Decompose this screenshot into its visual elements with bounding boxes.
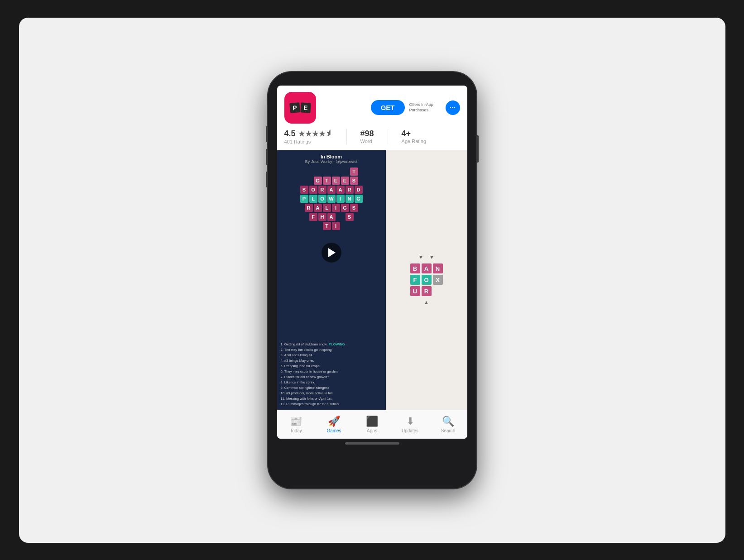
clue-6: 6. They may occur in house or garden	[281, 369, 382, 374]
cell-i3: I	[332, 222, 340, 230]
get-button[interactable]: GET	[371, 100, 405, 115]
star-1: ★	[298, 129, 305, 138]
nav-games[interactable]: 🚀 Games	[321, 414, 348, 435]
clue-8: 8. Like ice in the spring	[281, 380, 382, 385]
grid-row-2: G T E E S	[300, 177, 363, 185]
rank-item: #98 Word	[360, 129, 374, 144]
updates-icon: ⬇	[406, 416, 414, 427]
cell-empty	[323, 168, 331, 176]
cell-s3: S	[350, 204, 358, 212]
cell-f: F	[309, 213, 317, 221]
nav-search-label: Search	[441, 428, 456, 433]
nav-today-label: Today	[290, 428, 302, 433]
grid-row-3: S O R A A R D	[300, 186, 363, 194]
s-cell-o: O	[422, 275, 432, 285]
cell-s: S	[350, 177, 358, 185]
clue-1-answer: PLOWING	[329, 342, 345, 346]
star-2: ★	[305, 129, 312, 138]
cell-a2: A	[336, 186, 345, 194]
second-word-grid: ▼ ▼ B A N F O X	[406, 249, 447, 310]
cell-t: T	[350, 168, 358, 176]
clue-1-num: 1.	[281, 342, 283, 346]
today-icon: 📰	[290, 416, 302, 427]
cell-i2: I	[332, 204, 340, 212]
volume-up-button	[266, 149, 268, 165]
grid-row-6: F H A S	[300, 213, 363, 221]
star-3: ★	[312, 129, 318, 138]
nav-games-label: Games	[326, 428, 341, 433]
screenshots-area: In Bloom By Jess Worby - @jworbeast	[277, 150, 467, 410]
play-button-overlay[interactable]	[322, 243, 341, 263]
second-row-fox: F O X	[410, 275, 443, 285]
games-icon: 🚀	[328, 416, 340, 427]
phone-screen: P E GET Offers In-App Purchases ···	[277, 86, 467, 439]
search-icon: 🔍	[442, 416, 454, 427]
cell-l2: L	[323, 204, 331, 212]
cell-t2: T	[323, 177, 331, 185]
cell-empty	[332, 168, 340, 176]
cell-n: N	[346, 195, 354, 203]
s-cell-a: A	[422, 263, 432, 273]
rating-count: 401 Ratings	[284, 139, 311, 144]
cell-l: L	[309, 195, 317, 203]
clue-1-text: Getting rid of stubborn snow:	[284, 342, 329, 346]
app-icon: P E	[284, 92, 316, 124]
cell-empty	[305, 168, 313, 176]
nav-today[interactable]: 📰 Today	[283, 414, 310, 435]
grid-row-7: T I	[300, 222, 363, 230]
clue-3: 3. April ones bring #4	[281, 353, 382, 358]
nav-updates-label: Updates	[402, 428, 418, 433]
s-cell-f: F	[410, 275, 420, 285]
bottom-nav: 📰 Today 🚀 Games ⬛ Apps ⬇ Updates 🔍	[277, 410, 467, 439]
nav-apps[interactable]: ⬛ Apps	[359, 414, 386, 435]
phone-device: P E GET Offers In-App Purchases ···	[268, 72, 476, 488]
cell-w: W	[327, 195, 336, 203]
s-cell-x: X	[433, 275, 443, 285]
app-header: P E GET Offers In-App Purchases ···	[277, 86, 467, 128]
cell-o: O	[309, 186, 317, 194]
cell-empty	[305, 177, 313, 185]
clue-2: 2. The way the clocks go in spring	[281, 347, 382, 353]
cell-e: E	[332, 177, 340, 185]
cell-h: H	[318, 213, 326, 221]
cell-p: P	[300, 195, 308, 203]
screenshot-second[interactable]: ▼ ▼ B A N F O X	[386, 150, 467, 410]
cell-e2: E	[341, 177, 349, 185]
clue-12: 12. Rummages through #7 for nutrition	[281, 402, 382, 407]
divider-1	[346, 129, 347, 144]
grid-row-plowing: P L O W I N G	[300, 195, 363, 203]
rank-number: #98	[360, 129, 374, 139]
rank-category: Word	[360, 139, 372, 144]
grid-rows: T G T E E S	[300, 168, 363, 230]
cell-t3: T	[323, 222, 331, 230]
cell-g: G	[314, 177, 322, 185]
cell-a: A	[327, 186, 336, 194]
cell-r2: R	[346, 186, 354, 194]
s-cell-n: N	[433, 263, 443, 273]
clue-10: 10. #9 producer, more active in fall	[281, 391, 382, 396]
cell-g3: G	[341, 204, 349, 212]
cell-empty	[341, 168, 349, 176]
stars: ★ ★ ★ ★ ⯨	[298, 129, 333, 138]
nav-updates[interactable]: ⬇ Updates	[397, 414, 424, 435]
s-cell-r: R	[422, 286, 432, 296]
word-grid: T G T E E S	[277, 166, 386, 340]
clue-9: 9. Common springtime allergens	[281, 385, 382, 391]
age-label: Age Rating	[402, 139, 426, 144]
cell-r: R	[318, 186, 326, 194]
star-4: ★	[319, 129, 325, 138]
cell-a3: A	[314, 204, 322, 212]
screenshot-main[interactable]: In Bloom By Jess Worby - @jworbeast	[277, 150, 386, 410]
nav-search[interactable]: 🔍 Search	[435, 414, 462, 435]
more-button[interactable]: ···	[446, 101, 460, 115]
divider-2	[388, 129, 388, 144]
screenshot-title: In Bloom	[282, 154, 381, 159]
cell-empty	[314, 168, 322, 176]
s-cell-fo: U	[410, 286, 420, 296]
clue-list: 1. Getting rid of stubborn snow: PLOWING…	[277, 340, 386, 410]
home-indicator[interactable]	[345, 442, 399, 445]
cell-g2: G	[355, 195, 363, 203]
cell-o2: O	[318, 195, 326, 203]
star-half: ⯨	[326, 129, 333, 138]
clue-7: 7. Places for old or new growth?	[281, 374, 382, 380]
